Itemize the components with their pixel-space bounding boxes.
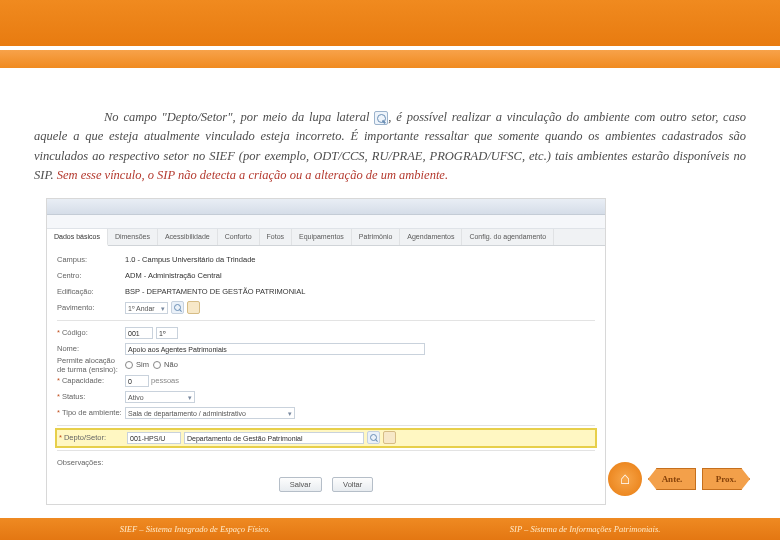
nome-input[interactable]: Apoio aos Agentes Patrimoniais [125, 343, 425, 355]
codigo-input-a[interactable]: 001 [125, 327, 153, 339]
pavimento-clear-icon[interactable] [187, 301, 200, 314]
window-toolbar [47, 215, 605, 229]
instruction-paragraph: No campo "Depto/Setor", por meio da lupa… [34, 108, 746, 186]
prev-button[interactable]: Ante. [648, 468, 696, 490]
pavimento-label: Pavimento: [57, 303, 125, 312]
depto-code-input[interactable]: 001-HPS/U [127, 432, 181, 444]
tab-conforto[interactable]: Conforto [218, 229, 260, 245]
nome-label: Nome: [57, 344, 125, 353]
warning-text: Sem esse vínculo, o SIP não detecta a cr… [57, 168, 448, 182]
depto-name-input[interactable]: Departamento de Gestão Patrimonial [184, 432, 364, 444]
depto-clear-icon[interactable] [383, 431, 396, 444]
depto-label: *Depto/Setor: [59, 433, 127, 442]
header-bar-top [0, 0, 780, 50]
campus-value: 1.0 - Campus Universitário da Trindade [125, 255, 255, 264]
form-panel: Campus:1.0 - Campus Universitário da Tri… [47, 246, 605, 504]
tipo-select[interactable]: Sala de departamento / administrativo [125, 407, 295, 419]
footer-bar: SIEF – Sistema Integrado de Espaço Físic… [0, 518, 780, 540]
depto-row-highlight: *Depto/Setor: 001-HPS/U Departamento de … [57, 430, 595, 446]
magnifier-icon [374, 111, 388, 125]
turma-label: Permite alocação de turma (ensino): [57, 356, 125, 374]
edificacao-value: BSP - DEPARTAMENTO DE GESTÃO PATRIMONIAL [125, 287, 305, 296]
window-titlebar [47, 199, 605, 215]
header-bar-bottom [0, 50, 780, 68]
app-screenshot: Dados básicos Dimensões Acessibilidade C… [46, 198, 606, 505]
home-button[interactable]: ⌂ [608, 462, 642, 496]
tab-patrimonio[interactable]: Patrimônio [352, 229, 400, 245]
tab-dados-basicos[interactable]: Dados básicos [47, 229, 108, 246]
capacidade-input[interactable]: 0 [125, 375, 149, 387]
status-label: *Status: [57, 392, 125, 401]
depto-search-icon[interactable] [367, 431, 380, 444]
radio-sim[interactable] [125, 361, 133, 369]
tab-acessibilidade[interactable]: Acessibilidade [158, 229, 218, 245]
centro-label: Centro: [57, 271, 125, 280]
tab-equipamentos[interactable]: Equipamentos [292, 229, 352, 245]
campus-label: Campus: [57, 255, 125, 264]
capacidade-label: *Capacidade: [57, 376, 125, 385]
pavimento-select[interactable]: 1º Andar [125, 302, 168, 314]
centro-value: ADM - Administração Central [125, 271, 222, 280]
save-button[interactable]: Salvar [279, 477, 322, 492]
codigo-input-b[interactable]: 1º [156, 327, 178, 339]
tab-config-agendamento[interactable]: Config. do agendamento [462, 229, 554, 245]
radio-nao[interactable] [153, 361, 161, 369]
field-name: "Depto/Setor" [162, 110, 233, 124]
obs-label: Observações: [57, 458, 125, 467]
codigo-label: *Código: [57, 328, 125, 337]
status-select[interactable]: Ativo [125, 391, 195, 403]
pavimento-search-icon[interactable] [171, 301, 184, 314]
next-button[interactable]: Prox. [702, 468, 750, 490]
tipo-label: *Tipo de ambiente: [57, 408, 125, 417]
back-button[interactable]: Voltar [332, 477, 373, 492]
tab-bar: Dados básicos Dimensões Acessibilidade C… [47, 229, 605, 246]
tab-agendamentos[interactable]: Agendamentos [400, 229, 462, 245]
tab-fotos[interactable]: Fotos [260, 229, 293, 245]
tab-dimensoes[interactable]: Dimensões [108, 229, 158, 245]
edificacao-label: Edificação: [57, 287, 125, 296]
